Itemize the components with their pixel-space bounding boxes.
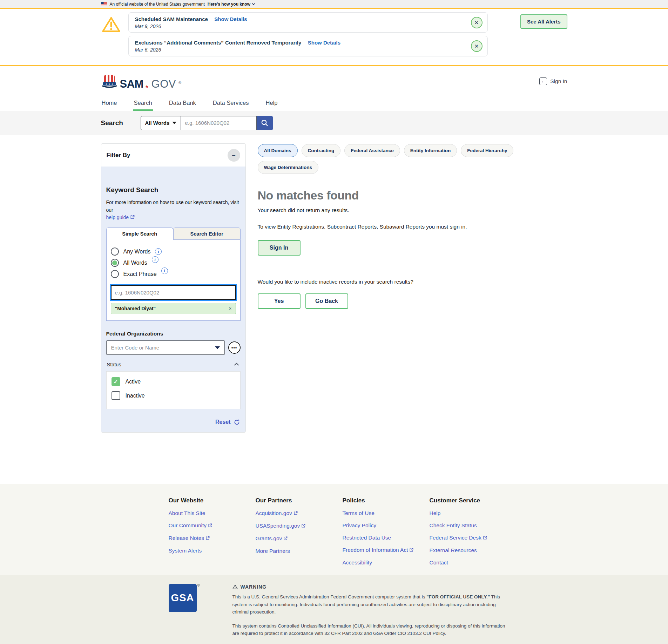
alert-show-details-link[interactable]: Show Details [214,16,247,22]
top-search-input[interactable] [181,116,257,130]
nav-item-home[interactable]: Home [101,94,118,111]
status-active-label: Active [126,379,141,385]
warning-triangle-icon [232,584,238,589]
radio-exact-phrase[interactable] [111,270,119,278]
footer-link-label: Accessibility [343,560,372,565]
pill-entity-information[interactable]: Entity Information [404,144,457,157]
alert-close-button[interactable]: ✕ [471,17,483,28]
footer-link-system-alerts[interactable]: System Alerts [169,548,256,554]
status-inactive-label: Inactive [126,393,145,399]
keyword-search-heading: Keyword Search [106,186,241,194]
footer-link-release-notes[interactable]: Release Notes [169,535,256,542]
search-band-label: Search [101,119,141,127]
tab-search-editor[interactable]: Search Editor [173,228,241,240]
logo-star-icon: ★ [145,84,149,89]
external-link-icon [293,510,298,517]
footer-col-heading: Our Partners [256,497,343,504]
how-you-know-link[interactable]: Here's how you know [208,2,255,7]
gov-banner: An official website of the United States… [0,0,668,8]
footer-link-label: Help [430,510,441,516]
how-you-know-label: Here's how you know [208,2,250,7]
radio-all-words[interactable] [111,259,119,267]
search-mode-select[interactable]: All Words [141,116,181,130]
keyword-search-input[interactable] [112,286,235,299]
footer-link-grants-gov[interactable]: Grants.gov [256,535,343,542]
info-icon[interactable]: i [161,267,168,274]
federal-orgs-heading: Federal Organizations [106,331,241,337]
checkbox-unchecked-icon[interactable] [112,391,120,400]
info-icon[interactable]: i [155,248,162,255]
footer-link-label: Release Notes [169,535,204,541]
alert-close-button[interactable]: ✕ [471,40,483,52]
radio-any-words[interactable] [111,248,119,256]
footer-link-accessibility[interactable]: Accessibility [343,560,430,566]
checkbox-checked-icon[interactable]: ✓ [112,377,120,386]
keyword-chip: "Mohamed Diyat" × [111,303,236,314]
radio-any-words-label: Any Words [123,249,151,255]
reset-filters-link[interactable]: Reset [215,419,231,425]
footer-link-federal-service-desk[interactable]: Federal Service Desk [430,535,517,541]
footer-link-check-entity-status[interactable]: Check Entity Status [430,522,517,529]
keyword-chip-label: "Mohamed Diyat" [115,306,156,311]
svg-text:★ ★ ★: ★ ★ ★ [105,83,113,86]
footer-link-terms-of-use[interactable]: Terms of Use [343,510,430,516]
logo-registered-mark: ® [178,81,181,85]
chip-remove-icon[interactable]: × [229,306,231,311]
see-all-alerts-button[interactable]: See All Alerts [520,14,567,29]
footer-link-privacy-policy[interactable]: Privacy Policy [343,522,430,529]
footer-link-label: Contact [430,560,448,565]
close-icon: ✕ [474,20,479,26]
gsa-logo: GSA [169,584,197,612]
nav-item-data-services[interactable]: Data Services [212,94,250,111]
status-collapse-button[interactable] [233,361,240,368]
samgov-logo[interactable]: ★ ★ ★ SAM★GOV® [101,74,181,89]
footer-warning-section: GSA ® WARNING This is a U.S. General Ser… [0,575,668,644]
help-guide-link[interactable]: help guide [106,215,135,220]
nav-item-search[interactable]: Search [133,94,153,111]
footer-link-usaspending-gov[interactable]: USASpending.gov [256,523,343,529]
reset-refresh-icon[interactable] [234,419,240,425]
site-header: ★ ★ ★ SAM★GOV® ← Sign In [0,66,668,94]
footer-link-help[interactable]: Help [430,510,517,516]
pill-contracting[interactable]: Contracting [302,144,341,157]
footer-link-acquisition-gov[interactable]: Acquisition.gov [256,510,343,517]
search-submit-button[interactable] [257,116,273,130]
us-flag-icon [101,2,107,6]
main-content: Filter By − Keyword Search For more info… [0,135,668,484]
ellipsis-icon: ••• [231,345,237,350]
status-option-inactive[interactable]: Inactive [112,391,235,400]
alerts-section: Scheduled SAM Maintenance Show Details M… [0,8,668,66]
pill-wage-determinations[interactable]: Wage Determinations [258,161,319,174]
search-icon [261,119,268,127]
pill-all-domains[interactable]: All Domains [258,144,298,157]
federal-orgs-combobox[interactable]: Enter Code or Name [106,340,225,355]
footer-link-external-resources[interactable]: External Resources [430,547,517,554]
footer-link-label: External Resources [430,547,477,553]
footer-link-about-this-site[interactable]: About This Site [169,510,256,516]
footer-link-foia[interactable]: Freedom of Information Act [343,547,430,554]
footer-link-our-community[interactable]: Our Community [169,522,256,529]
yes-button[interactable]: Yes [258,293,301,309]
footer-link-label: About This Site [169,510,205,516]
filter-collapse-button[interactable]: − [228,149,240,162]
federal-orgs-more-button[interactable]: ••• [228,341,241,354]
go-back-button[interactable]: Go Back [305,293,348,309]
footer-col-heading: Our Website [169,497,256,504]
status-heading: Status [107,362,121,367]
nav-item-help[interactable]: Help [265,94,278,111]
header-sign-in-link[interactable]: ← Sign In [539,77,567,85]
warning-title: WARNING [241,584,267,590]
domain-filter-pills: All Domains Contracting Federal Assistan… [258,144,567,174]
info-icon[interactable]: i [152,256,158,263]
filter-panel-title: Filter By [107,152,130,159]
footer-link-contact[interactable]: Contact [430,560,517,566]
status-option-active[interactable]: ✓ Active [112,377,235,386]
nav-item-data-bank[interactable]: Data Bank [168,94,197,111]
alert-show-details-link[interactable]: Show Details [308,40,340,46]
pill-federal-hierarchy[interactable]: Federal Hierarchy [461,144,513,157]
pill-federal-assistance[interactable]: Federal Assistance [344,144,400,157]
footer-link-more-partners[interactable]: More Partners [256,548,343,554]
footer-link-restricted-data-use[interactable]: Restricted Data Use [343,535,430,541]
results-sign-in-button[interactable]: Sign In [258,240,301,256]
tab-simple-search[interactable]: Simple Search [106,228,174,240]
